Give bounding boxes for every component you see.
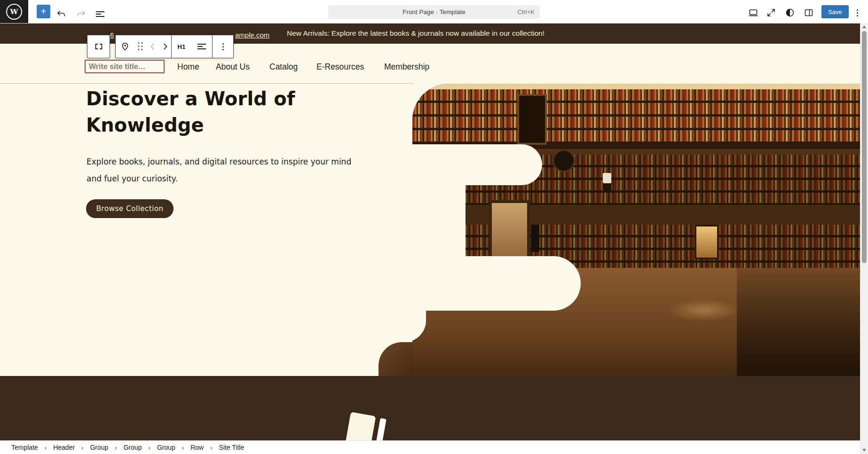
scroll-down-icon[interactable]	[862, 449, 866, 452]
redo-icon	[73, 6, 89, 22]
options-menu-icon[interactable]	[849, 5, 865, 21]
book-icon	[341, 412, 402, 440]
vertical-scrollbar[interactable]	[860, 23, 868, 454]
row-block-icon[interactable]	[88, 35, 110, 58]
heading-level-button[interactable]: H1	[172, 35, 191, 58]
editor-top-bar: W + Front Page · Template Ctrl+K Save	[0, 0, 868, 23]
hero-heading: Discover a World of Knowledge	[86, 86, 359, 138]
nav-item-home[interactable]: Home	[177, 62, 199, 72]
breadcrumb-separator: ›	[182, 444, 184, 451]
styles-icon[interactable]	[782, 5, 798, 21]
site-title-block-icon[interactable]	[116, 35, 134, 58]
header-divider	[0, 83, 414, 84]
nav-item-about[interactable]: About Us	[216, 62, 250, 72]
scroll-up-icon[interactable]	[862, 25, 866, 28]
nav-item-catalog[interactable]: Catalog	[269, 62, 298, 72]
cream-cutout	[412, 185, 466, 257]
breadcrumb-group[interactable]: Group	[124, 444, 142, 451]
breadcrumb-site-title: Site Title	[219, 444, 245, 451]
drag-handle-icon[interactable]	[134, 35, 147, 58]
wordpress-menu[interactable]: W	[0, 0, 28, 23]
person-silhouette	[603, 173, 611, 183]
document-title: Front Page · Template	[402, 8, 465, 16]
align-text-icon[interactable]	[191, 35, 212, 58]
document-overview-icon[interactable]	[92, 6, 108, 22]
site-editor: 6 ample.com New Arrivals: Explore the la…	[0, 0, 868, 454]
breadcrumb-header[interactable]: Header	[53, 444, 75, 451]
hero-library-image	[412, 84, 868, 376]
email-link-fragment[interactable]: ample.com	[235, 31, 269, 39]
reading-desks	[737, 268, 868, 376]
block-breadcrumb-bar: Template › Header › Group › Group › Grou…	[0, 440, 868, 454]
settings-panel-icon[interactable]	[801, 5, 817, 21]
phone-link-fragment[interactable]: 6	[110, 31, 114, 39]
announcement-text: New Arrivals: Explore the latest books &…	[287, 29, 544, 38]
breadcrumb-separator: ›	[210, 444, 212, 451]
breadcrumb-separator: ›	[115, 444, 117, 451]
display-kiosk	[694, 225, 719, 259]
breadcrumb-group[interactable]: Group	[90, 444, 108, 451]
breadcrumb-separator: ›	[81, 444, 83, 451]
command-shortcut: Ctrl+K	[518, 8, 535, 16]
save-button[interactable]: Save	[821, 5, 849, 18]
block-toolbar: H1	[115, 35, 234, 58]
scrollbar-thumb[interactable]	[862, 31, 867, 263]
person-silhouette	[531, 225, 539, 252]
library-door	[517, 94, 547, 145]
block-parent-selector[interactable]	[87, 35, 110, 58]
view-devices-icon[interactable]	[745, 5, 761, 21]
cream-cutout	[412, 144, 542, 185]
undo-icon[interactable]	[54, 6, 70, 22]
site-footer	[0, 376, 868, 440]
command-palette[interactable]: Front Page · Template Ctrl+K	[328, 5, 540, 19]
breadcrumb-group[interactable]: Group	[157, 444, 175, 451]
library-clock	[552, 149, 575, 172]
cream-cutout	[412, 256, 581, 311]
nav-item-eresources[interactable]: E-Resources	[316, 62, 364, 72]
nav-item-membership[interactable]: Membership	[384, 62, 429, 72]
move-left-icon	[147, 35, 159, 58]
breadcrumb-row[interactable]: Row	[190, 444, 204, 451]
hero-image-floor-extension	[379, 342, 413, 376]
breadcrumb-separator: ›	[149, 444, 150, 451]
move-right-icon[interactable]	[159, 35, 171, 58]
breadcrumb-template[interactable]: Template	[11, 444, 38, 451]
fullscreen-icon[interactable]	[763, 5, 779, 21]
hero-description: Explore books, journals, and digital res…	[87, 153, 369, 187]
person-silhouette	[603, 183, 611, 193]
breadcrumb-separator: ›	[45, 444, 47, 451]
block-inserter-button[interactable]: +	[37, 5, 50, 18]
block-options-icon[interactable]	[213, 35, 233, 58]
wordpress-logo-icon: W	[6, 4, 22, 20]
browse-collection-button[interactable]: Browse Collection	[86, 199, 174, 218]
site-title-input[interactable]: Write site title…	[85, 60, 165, 73]
